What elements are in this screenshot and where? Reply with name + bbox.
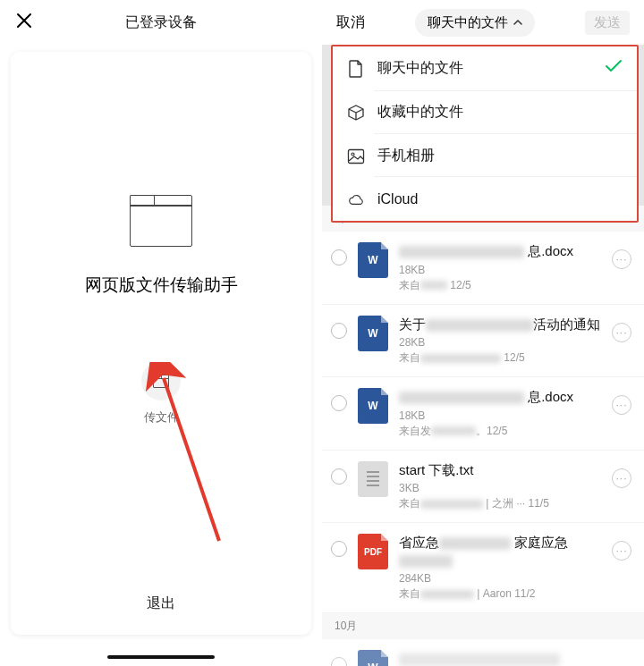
svg-rect-0 [349,149,364,163]
send-button[interactable]: 发送 [585,11,630,35]
menu-item-label: iCloud [377,191,623,207]
logout-button[interactable]: 退出 [147,594,175,613]
close-button[interactable] [16,11,38,34]
file-meta: 来自x | Aaron 11/2 [399,586,601,602]
file-name: start 下载.txt [399,461,601,479]
chevron-up-icon [513,16,522,29]
upload-file-button[interactable] [141,361,181,400]
upload-file-label: 传文件 [144,409,179,426]
svg-point-1 [352,153,354,156]
image-icon [347,148,365,165]
file-row[interactable]: PDF 省应急x 家庭应急x 284KB 来自x | Aaron 11/2 ··… [322,523,644,613]
pdf-file-icon: PDF [358,534,388,569]
menu-item-chat-files[interactable]: 聊天中的文件 [333,46,637,90]
document-icon [347,60,365,78]
folder-illustration [130,195,192,247]
more-button[interactable]: ··· [612,395,631,415]
select-radio[interactable] [331,468,347,485]
cloud-icon [347,190,365,208]
file-meta: 来自x 12/5 [399,350,601,366]
file-meta: 来自x 12/5 [399,278,601,293]
select-radio[interactable] [331,323,347,339]
source-dropdown[interactable]: 聊天中的文件 [415,9,535,37]
file-size: 28KB [399,336,601,349]
file-size: 18KB [399,264,601,276]
menu-item-photos[interactable]: 手机相册 [333,134,637,178]
file-name: 关于xxx活动的通知 [399,316,601,333]
file-size: 284KB [399,572,601,585]
file-row[interactable]: W x [322,639,644,666]
home-indicator [107,655,215,659]
left-header: 已登录设备 [0,0,322,45]
file-row[interactable]: start 下载.txt 3KB 来自x | 之洲 ··· 11/5 ··· [322,451,644,524]
file-row[interactable]: W xxx 息.docx 18KB 来自x 12/5 ··· [322,232,644,305]
word-file-icon: W [358,388,388,424]
file-size: 18KB [399,409,601,422]
word-file-icon: W [358,316,388,351]
section-oct: 10月 [322,613,644,639]
folder-icon [153,375,169,388]
file-size: 3KB [399,482,601,494]
more-button[interactable]: ··· [612,541,631,561]
file-info: 省应急x 家庭应急x 284KB 来自x | Aaron 11/2 [399,534,601,602]
page-title: 已登录设备 [125,13,197,32]
menu-item-label: 聊天中的文件 [377,59,592,78]
select-radio[interactable] [331,657,347,666]
menu-item-icloud[interactable]: iCloud [333,178,637,221]
menu-item-label: 收藏中的文件 [377,103,623,122]
source-dropdown-menu: 聊天中的文件 收藏中的文件 手机相册 iCloud [331,45,639,223]
select-radio[interactable] [331,541,347,557]
file-list: 前30天 W xxx 息.docx 18KB 来自x 12/5 ··· W 关于… [322,206,644,666]
menu-item-favorites[interactable]: 收藏中的文件 [333,90,637,134]
txt-file-icon [358,461,388,497]
file-name: xxx 息.docx [399,388,601,406]
more-button[interactable]: ··· [612,468,631,488]
file-info: 关于xxx活动的通知 28KB 来自x 12/5 [399,316,601,367]
file-name: 省应急x 家庭应急x [399,534,601,569]
select-radio[interactable] [331,249,347,266]
menu-item-label: 手机相册 [377,147,623,165]
device-card: 网页版文件传输助手 传文件 退出 [11,52,311,635]
card-title: 网页版文件传输助手 [85,274,238,297]
file-row[interactable]: W 关于xxx活动的通知 28KB 来自x 12/5 ··· [322,305,644,378]
file-info: xxx 息.docx 18KB 来自发x。12/5 [399,388,601,439]
cancel-button[interactable]: 取消 [336,13,365,32]
word-file-icon: W [358,242,388,278]
file-name: xxx 息.docx [399,242,601,260]
file-info: xxx 息.docx 18KB 来自x 12/5 [399,242,601,293]
box-icon [347,104,365,122]
right-header: 取消 聊天中的文件 发送 [322,0,644,45]
dropdown-label: 聊天中的文件 [428,14,508,31]
word-file-icon: W [358,650,388,666]
more-button[interactable]: ··· [612,323,631,342]
check-icon [605,59,623,78]
left-panel: 已登录设备 网页版文件传输助手 传文件 退出 [0,0,322,666]
select-radio[interactable] [331,395,347,411]
more-button[interactable]: ··· [612,249,631,269]
file-info: start 下载.txt 3KB 来自x | 之洲 ··· 11/5 [399,461,601,512]
file-meta: 来自x | 之洲 ··· 11/5 [399,496,601,511]
file-row[interactable]: W xxx 息.docx 18KB 来自发x。12/5 ··· [322,377,644,451]
right-panel: 取消 聊天中的文件 发送 聊天中的文件 收藏中的文件 [322,0,644,666]
file-meta: 来自发x。12/5 [399,424,601,439]
